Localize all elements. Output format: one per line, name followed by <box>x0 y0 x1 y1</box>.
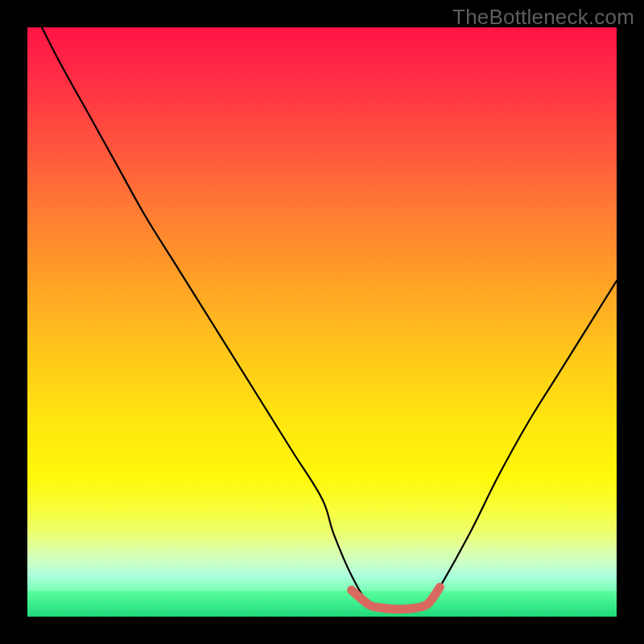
curve-layer <box>27 27 617 617</box>
chart-frame: TheBottleneck.com <box>0 0 644 644</box>
target-band-marker <box>352 587 440 609</box>
plot-area <box>27 27 617 617</box>
watermark-text: TheBottleneck.com <box>452 5 634 30</box>
bottleneck-curve <box>27 27 617 611</box>
